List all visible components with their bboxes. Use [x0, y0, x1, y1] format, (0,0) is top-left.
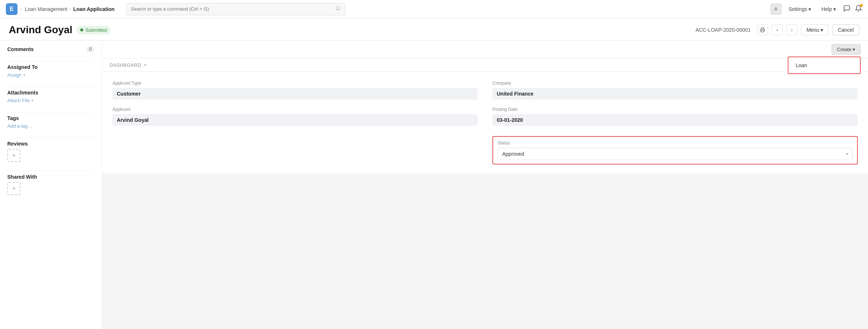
menu-label: Menu — [806, 27, 819, 33]
search-bar[interactable] — [126, 3, 345, 15]
comments-badge: 0 — [86, 46, 95, 52]
attachments-title: Attachments — [7, 90, 38, 96]
create-label: Create ▾ — [837, 47, 855, 52]
status-group: Status Approved Submitted Pending Reject… — [492, 136, 858, 164]
sidebar-reviews-section: Reviews + — [7, 141, 95, 162]
page-title: Arvind Goyal — [9, 24, 72, 36]
page-actions: ACC-LOAP-2020-00001 ‹ › Menu ▾ Cancel — [695, 24, 859, 35]
sidebar-shared-header: Shared With — [7, 174, 95, 180]
svg-rect-2 — [761, 30, 764, 32]
app-icon-letter: E — [10, 6, 14, 12]
company-group: Company United Finance — [492, 81, 858, 100]
cancel-button[interactable]: Cancel — [832, 24, 859, 35]
posting-date-group: Posting Date 03-01-2020 — [492, 107, 858, 126]
empty-cell — [112, 133, 478, 164]
assigned-to-title: Assigned To — [7, 64, 38, 70]
sidebar-attachments-section: Attachments Attach File + — [7, 90, 95, 103]
print-button[interactable] — [757, 24, 768, 35]
document-id: ACC-LOAP-2020-00001 — [695, 27, 750, 33]
sidebar-reviews-header: Reviews — [7, 141, 95, 147]
search-input[interactable] — [131, 6, 335, 12]
notification-icon[interactable] — [855, 5, 862, 13]
applicant-type-group: Applicant Type Customer — [112, 81, 478, 100]
sidebar-comments-section: Comments 0 — [7, 46, 95, 52]
settings-chevron-icon: ▾ — [809, 6, 811, 12]
company-value: United Finance — [492, 88, 858, 100]
shared-with-title: Shared With — [7, 174, 37, 180]
page-title-area: Arvind Goyal Submitted — [9, 24, 111, 36]
help-chevron-icon: ▾ — [833, 6, 836, 12]
posting-date-label: Posting Date — [492, 107, 858, 112]
sidebar-comments-header: Comments 0 — [7, 46, 95, 52]
breadcrumb-loan-management[interactable]: Loan Management — [25, 6, 68, 12]
settings-button[interactable]: Settings ▾ — [786, 5, 814, 13]
chat-icon[interactable] — [843, 5, 850, 13]
add-shared-button[interactable]: + — [7, 182, 20, 195]
page-header: Arvind Goyal Submitted ACC-LOAP-2020-000… — [0, 18, 868, 40]
breadcrumb-loan-application[interactable]: Loan Application — [73, 6, 115, 12]
status-dot — [80, 28, 83, 31]
help-button[interactable]: Help ▾ — [818, 5, 839, 13]
app-icon[interactable]: E — [6, 3, 18, 15]
status-select-wrapper: Approved Submitted Pending Rejected ▾ — [498, 148, 853, 160]
applicant-value: Arvind Goyal — [112, 114, 478, 126]
form-area: Applicant Type Customer Company United F… — [102, 72, 868, 173]
tags-title: Tags — [7, 115, 19, 121]
breadcrumb: Loan Management › Loan Application — [25, 6, 115, 12]
status-label: Status — [498, 140, 853, 146]
add-tag-link[interactable]: Add a tag ... — [7, 123, 95, 129]
search-icon — [335, 6, 341, 12]
body-layout: Comments 0 Assigned To Assign + Attachme… — [0, 40, 868, 329]
main-content: Create ▾ Loan DASHBOARD ▾ Applicant Type… — [102, 40, 868, 329]
breadcrumb-sep-1: › — [70, 7, 71, 12]
breadcrumb-sep-0: › — [20, 7, 22, 12]
sidebar-tags-section: Tags Add a tag ... — [7, 115, 95, 129]
loan-dropdown: Loan — [788, 57, 861, 74]
form-grid: Applicant Type Customer Company United F… — [112, 81, 858, 164]
attach-file-link[interactable]: Attach File + — [7, 98, 95, 103]
dashboard-chevron-icon[interactable]: ▾ — [144, 63, 146, 67]
svg-line-1 — [339, 9, 340, 11]
help-label: Help — [821, 6, 832, 12]
posting-date-value: 03-01-2020 — [492, 114, 858, 126]
dashboard-bar: DASHBOARD ▾ — [102, 59, 868, 72]
applicant-label: Applicant — [112, 107, 478, 112]
sidebar-attachments-header: Attachments — [7, 90, 95, 96]
nav-right: A Settings ▾ Help ▾ — [771, 4, 862, 15]
menu-chevron-icon: ▾ — [821, 27, 823, 33]
applicant-type-value: Customer — [112, 88, 478, 100]
status-badge: Submitted — [77, 26, 111, 34]
cancel-label: Cancel — [838, 27, 854, 33]
sidebar-assigned-section: Assigned To Assign + — [7, 64, 95, 78]
company-label: Company — [492, 81, 858, 86]
avatar-button[interactable]: A — [771, 4, 781, 15]
dashboard-label: DASHBOARD — [110, 62, 141, 68]
notification-dot — [860, 4, 863, 7]
applicant-type-label: Applicant Type — [112, 81, 478, 86]
sidebar-assigned-header: Assigned To — [7, 64, 95, 70]
svg-point-0 — [336, 7, 339, 10]
top-nav: E › Loan Management › Loan Application A… — [0, 0, 868, 18]
settings-label: Settings — [789, 6, 807, 12]
assign-link[interactable]: Assign + — [7, 72, 95, 78]
applicant-group: Applicant Arvind Goyal — [112, 107, 478, 126]
comments-title: Comments — [7, 46, 34, 52]
add-review-button[interactable]: + — [7, 149, 20, 162]
sidebar: Comments 0 Assigned To Assign + Attachme… — [0, 40, 102, 329]
menu-button[interactable]: Menu ▾ — [801, 24, 829, 35]
next-button[interactable]: › — [786, 24, 797, 35]
status-select[interactable]: Approved Submitted Pending Rejected — [498, 148, 853, 160]
status-label: Submitted — [85, 27, 107, 33]
loan-dropdown-item[interactable]: Loan — [796, 62, 853, 69]
sidebar-shared-section: Shared With + — [7, 174, 95, 195]
avatar-label: A — [774, 6, 777, 12]
reviews-title: Reviews — [7, 141, 28, 147]
prev-button[interactable]: ‹ — [772, 24, 783, 35]
create-bar: Create ▾ Loan — [102, 40, 868, 59]
create-button[interactable]: Create ▾ — [831, 44, 861, 55]
sidebar-tags-header: Tags — [7, 115, 95, 121]
